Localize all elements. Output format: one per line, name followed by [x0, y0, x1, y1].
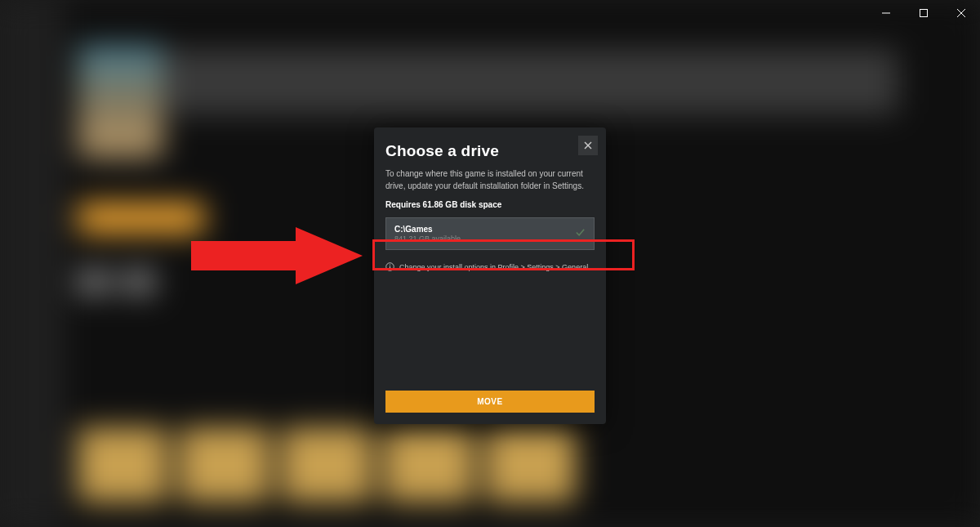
drive-path: C:\Games	[394, 225, 461, 234]
move-button[interactable]: MOVE	[385, 391, 595, 413]
modal-title: Choose a drive	[385, 142, 595, 160]
modal-close-button[interactable]	[578, 136, 598, 155]
modal-description: To change where this game is installed o…	[385, 168, 595, 192]
svg-point-7	[390, 264, 390, 265]
settings-hint-row: Change your install options in Profile >…	[385, 258, 595, 276]
drive-available-space: 841.21 GB available	[394, 234, 461, 243]
check-icon	[575, 226, 586, 241]
info-icon	[385, 260, 394, 275]
disk-space-required: Requires 61.86 GB disk space	[385, 200, 595, 209]
drive-option[interactable]: C:\Games 841.21 GB available	[385, 217, 595, 250]
minimize-button[interactable]	[867, 0, 905, 26]
settings-hint-text: Change your install options in Profile >…	[399, 263, 590, 271]
window-controls	[867, 0, 980, 26]
maximize-button[interactable]	[905, 0, 942, 26]
close-window-button[interactable]	[942, 0, 980, 26]
svg-rect-1	[920, 10, 928, 17]
choose-drive-modal: Choose a drive To change where this game…	[374, 127, 606, 424]
